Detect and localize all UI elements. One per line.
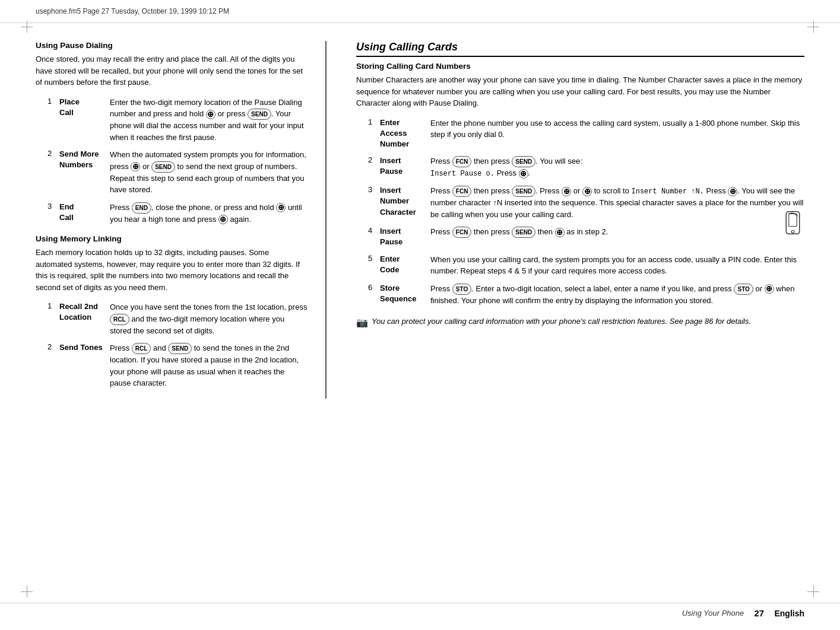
item-term: Send MoreNumbers [59,149,110,170]
item-num: 2 [368,155,380,164]
item-term: Recall 2ndLocation [59,301,110,323]
item-term: StoreSequence [380,283,430,304]
item-num: 1 [47,301,59,310]
list-item: 4 InsertPause Press FCN then press SEND … [368,226,804,247]
right-list: 1 EnterAccessNumber Enter the phone numb… [368,117,804,307]
list-item: 3 EndCall Press END, close the phone, or… [47,202,308,225]
item-def: Enter the two-digit memory location of t… [110,97,308,144]
note-text: You can protect your calling card inform… [372,316,751,327]
svg-point-1 [791,230,794,233]
end-button-icon: END [132,202,151,214]
rcl-button-icon: RCL [132,343,151,354]
theta-icon: ⊕ [582,187,592,196]
list-item: 1 PlaceCall Enter the two-digit memory l… [47,97,308,144]
theta-icon: ⊕ [562,187,571,196]
theta-icon: ⊕ [728,187,737,196]
corner-marker-tl [18,18,36,36]
footer-page: 27 [755,608,765,618]
item-num: 4 [368,226,380,235]
item-def: Enter the phone number you use to access… [430,117,804,141]
item-def: When you use your calling card, the syst… [430,254,804,277]
right-section1-title: Storing Calling Card Numbers [356,62,804,71]
item-def: Press FCN then press SEND. Press ⊕ or ⊕ … [430,185,804,220]
section1-list: 1 PlaceCall Enter the two-digit memory l… [47,97,308,225]
item-num: 1 [47,97,59,106]
send-button-icon: SEND [512,186,535,197]
list-item: 5 EnterCode When you use your calling ca… [368,254,804,277]
list-item: 2 Send Tones Press RCL and SEND to send … [47,342,308,389]
section-italic-title: Using Calling Cards [356,41,804,57]
item-def: Press FCN then press SEND. You will see:… [430,155,804,179]
header-text: usephone.fm5 Page 27 Tuesday, October 19… [36,7,229,15]
theta-icon: ⊕ [555,228,565,237]
theta-icon: ⊕ [131,162,140,171]
phone-icon [779,209,806,236]
send-button-icon: SEND [151,161,175,173]
theta-icon: ⊕ [218,215,228,224]
item-def: When the automated system prompts you fo… [110,149,308,196]
footer-label: Using Your Phone [682,609,744,618]
item-term: InsertNumberCharacter [380,185,430,218]
page-container: usephone.fm5 Page 27 Tuesday, October 19… [0,0,840,630]
display-text: Insert Pause o. [430,170,495,178]
item-def: Press STO. Enter a two-digit location, s… [430,283,804,307]
theta-icon: ⊕ [206,110,215,119]
corner-marker-bl [18,583,36,600]
item-term: Send Tones [59,342,110,353]
list-item: 1 EnterAccessNumber Enter the phone numb… [368,117,804,150]
item-term: EndCall [59,202,110,223]
send-button-icon: SEND [512,227,535,238]
list-item: 1 Recall 2ndLocation Once you have sent … [47,301,308,336]
item-def: Press FCN then press SEND then ⊕ as in s… [430,226,804,238]
section1-intro: Once stored, you may recall the entry an… [36,53,308,88]
main-content: Using Pause Dialing Once stored, you may… [0,23,840,422]
rcl-button-icon: RCL [110,314,129,325]
sto-button-icon: STO [452,284,471,295]
item-term: PlaceCall [59,97,110,118]
list-item: 2 InsertPause Press FCN then press SEND.… [368,155,804,179]
svg-rect-0 [788,214,797,226]
section2-list: 1 Recall 2ndLocation Once you have sent … [47,301,308,389]
item-def: Once you have sent the tones from the 1s… [110,301,308,336]
send-button-icon: SEND [512,156,535,167]
fcn-button-icon: FCN [452,186,472,197]
item-num: 2 [47,149,59,158]
item-def: Press END, close the phone, or press and… [110,202,308,225]
section2-title: Using Memory Linking [36,234,308,243]
item-num: 3 [368,185,380,194]
camera-note-icon: 📷 [356,316,368,330]
list-item: 6 StoreSequence Press STO. Enter a two-d… [368,283,804,307]
theta-icon: ⊕ [765,284,774,294]
item-num: 2 [47,342,59,351]
section1-title: Using Pause Dialing [36,41,308,50]
note-line: 📷 You can protect your calling card info… [356,316,804,330]
display-text: Insert Number ↑N. [631,187,703,196]
list-item: 3 InsertNumberCharacter Press FCN then p… [368,185,804,220]
corner-marker-tr [804,18,822,36]
right-icon-area [778,208,807,237]
right-column: Using Calling Cards Storing Calling Card… [350,41,804,399]
footer: Using Your Phone 27 English [0,603,840,618]
sto-button-icon: STO [734,284,753,295]
header-bar: usephone.fm5 Page 27 Tuesday, October 19… [0,0,840,23]
theta-icon: ⊕ [276,203,286,212]
corner-marker-br [804,583,822,600]
right-section1-intro: Number Characters are another way your p… [356,74,804,109]
item-term: EnterCode [380,254,430,275]
send-button-icon: SEND [168,343,192,354]
send-button-icon: SEND [248,109,271,120]
footer-language: English [774,609,804,618]
fcn-button-icon: FCN [452,156,472,167]
item-num: 3 [47,202,59,211]
item-num: 5 [368,254,380,263]
item-term: EnterAccessNumber [380,117,430,150]
list-item: 2 Send MoreNumbers When the automated sy… [47,149,308,196]
item-num: 1 [368,117,380,126]
item-def: Press RCL and SEND to send the tones in … [110,342,308,389]
item-term: InsertPause [380,155,430,177]
item-num: 6 [368,283,380,292]
theta-icon: ⊕ [519,169,528,179]
section2-intro: Each memory location holds up to 32 digi… [36,247,308,293]
fcn-button-icon: FCN [452,227,472,238]
left-column: Using Pause Dialing Once stored, you may… [36,41,327,399]
